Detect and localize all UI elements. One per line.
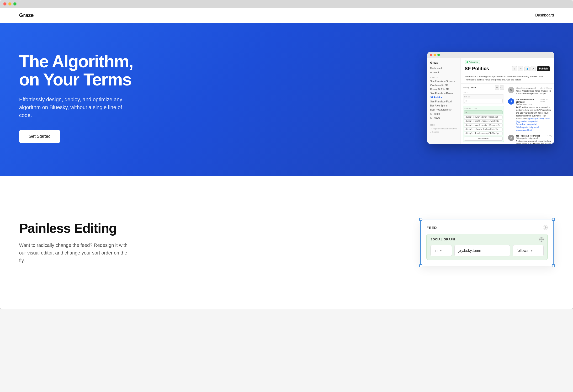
post-item-1: Q @qualities.bsky.social about 9 hours #… <box>508 86 552 97</box>
edit-button[interactable]: ✏ <box>518 66 523 71</box>
sidebar-funny-sf[interactable]: Funny Stuff in SF <box>427 87 461 91</box>
right-panel: Q @qualities.bsky.social about 9 hours #… <box>506 84 554 144</box>
follows-select-value: follows <box>517 249 528 253</box>
follows-select[interactable]: follows ▼ <box>513 245 544 256</box>
section2: Painless Editing Want to radically chang… <box>0 176 573 309</box>
app-maximize-btn <box>437 54 440 56</box>
post-time-2: about 16 hours <box>540 98 552 106</box>
post-avatar-3: JF <box>508 135 514 141</box>
corner-handle-tr[interactable] <box>552 218 555 221</box>
post-header-1: @qualities.bsky.social about 9 hours <box>516 87 552 89</box>
sort-row: Sorting: New ⊞ </> <box>463 86 504 90</box>
social-list-item-5: did:plc:4cqnkeyuasup74e0hn/qn <box>464 132 502 135</box>
code-view-icon[interactable]: </> <box>500 86 504 90</box>
social-list-title: SOCIAL LIST <box>464 107 502 109</box>
mac-window: Graze Dashboard The Algorithm, on Your T… <box>0 0 573 309</box>
social-graph-info-icon[interactable]: ⓘ <box>539 237 544 242</box>
corner-handle-bl[interactable] <box>419 264 422 267</box>
add-another-button[interactable]: Add Another <box>464 137 502 141</box>
in-select-value: in <box>434 249 437 253</box>
app-body: Graze Dashboard Account Feeds San Franci… <box>427 58 554 144</box>
app-minimize-btn <box>433 54 436 56</box>
social-graph-section: SOCIAL GRAPH ⓘ in ▼ jay.bsky.team follow… <box>426 234 548 260</box>
sidebar-help[interactable]: Help <box>427 123 461 127</box>
app-main-header: Published SF Politics ⎘ ✏ 📊 ↗ Publish <box>461 58 554 73</box>
nav-logo: Graze <box>19 12 34 18</box>
post-body-3: Joe Fitzgerald Rodriguez @fitzreporter.b… <box>516 135 552 144</box>
corner-handle-br[interactable] <box>552 264 555 267</box>
feed-title-row: SF Politics ⎘ ✏ 📊 ↗ Publish <box>465 66 550 71</box>
hero-subtitle: Effortlessly design, deploy, and optimiz… <box>19 95 134 119</box>
social-graph-row: in ▼ jay.bsky.team follows ▼ <box>430 245 544 256</box>
app-sidebar: Graze Dashboard Account Feeds San Franci… <box>427 58 461 144</box>
app-screenshot: Graze Dashboard Account Feeds San Franci… <box>427 52 554 144</box>
sidebar-feeds-section: Feeds <box>427 74 461 79</box>
post-handle-3: @fitzreporter.bsky.social <box>516 137 540 140</box>
post-text-2: 🗳 SF political junkies we know you're ou… <box>516 106 552 132</box>
app-description: Some call it a knife fight in a phone bo… <box>461 73 554 84</box>
sorting-label: Sorting: <box>463 87 470 89</box>
sidebar-donate[interactable]: ♪ Donate <box>427 130 461 134</box>
mac-titlebar <box>0 0 573 8</box>
social-list-input[interactable]: m <box>464 110 502 114</box>
post-name-3: Joe Fitzgerald Rodriguez <box>516 135 540 137</box>
sidebar-sf-events[interactable]: San Francisco Events <box>427 91 461 95</box>
sidebar-overheard-sf[interactable]: Overheard in SF <box>427 83 461 87</box>
hero-section: The Algorithm, on Your Terms Effortlessl… <box>0 23 573 176</box>
get-started-button[interactable]: Get Started <box>19 130 60 143</box>
post-name-2: The San Francisco Standard <box>516 98 540 103</box>
post-avatar-2: S <box>508 98 514 105</box>
handle-input[interactable]: jay.bsky.team <box>454 245 510 256</box>
chart-button[interactable]: 📊 <box>524 66 530 71</box>
sidebar-sf-food[interactable]: San Francisco Food <box>427 100 461 104</box>
post-header-2: The San Francisco Standard @sfstandard.c… <box>516 98 552 106</box>
social-list-item-4: did:plc:e9wydbr9ovhng9dcix9h <box>464 127 502 131</box>
post-time-1: about 9 hours <box>540 87 552 89</box>
sidebar-bay-sports[interactable]: Bay Area Sports <box>427 104 461 108</box>
in-select[interactable]: in ▼ <box>430 245 452 256</box>
post-handle-2: @sfstandard.com <box>516 103 540 106</box>
post-handle-1: @qualities.bsky.social <box>516 87 536 89</box>
publish-button[interactable]: Publish <box>537 66 550 71</box>
editor-feed-header: FEED ⓘ <box>426 225 548 230</box>
post-text-1: #sfpol #nopol #dkpol #sfpol #miggol He i… <box>516 90 552 95</box>
grid-view-icon[interactable]: ⊞ <box>495 86 499 90</box>
sidebar-sf-team[interactable]: SF Team <box>427 112 461 116</box>
hero-title: The Algorithm, on Your Terms <box>19 53 134 89</box>
sidebar-account[interactable]: Account <box>427 71 461 74</box>
editor-widget: FEED ⓘ SOCIAL GRAPH ⓘ in ▼ jay.bsky.team <box>420 219 554 266</box>
app-feed-title: SF Politics <box>465 66 489 71</box>
sidebar-dashboard[interactable]: Dashboard <box>427 66 461 71</box>
follows-select-arrow: ▼ <box>530 249 533 252</box>
sidebar-algo-docs[interactable]: ⬇ Algorithm Documentation <box>427 127 461 130</box>
social-graph-header: SOCIAL GRAPH ⓘ <box>430 237 544 242</box>
post-item-2: S The San Francisco Standard @sfstandard… <box>508 97 552 133</box>
likes-title: LIKES <box>464 96 502 98</box>
corner-handle-tl[interactable] <box>419 218 422 221</box>
section2-right: FEED ⓘ SOCIAL GRAPH ⓘ in ▼ jay.bsky.team <box>420 219 554 266</box>
post-avatar-1: Q <box>508 87 514 93</box>
sidebar-best-restaurants[interactable]: Best Restaurants SF <box>427 108 461 112</box>
editor-info-icon[interactable]: ⓘ <box>543 225 548 230</box>
app-main: Published SF Politics ⎘ ✏ 📊 ↗ Publish <box>461 58 554 144</box>
app-actions: ⎘ ✏ 📊 ↗ Publish <box>512 66 550 71</box>
maximize-button[interactable] <box>13 2 17 5</box>
copy-button[interactable]: ⎘ <box>512 66 517 71</box>
share-button[interactable]: ↗ <box>531 66 536 71</box>
likes-block: LIKES m <box>463 94 504 104</box>
sidebar-sf-politics[interactable]: SF Politics <box>427 95 461 100</box>
sidebar-sf-news[interactable]: SF News <box>427 116 461 120</box>
social-graph-label: SOCIAL GRAPH <box>430 238 455 241</box>
post-header-3: Joe Fitzgerald Rodriguez @fitzreporter.b… <box>516 135 552 140</box>
nav-dashboard-link[interactable]: Dashboard <box>535 13 554 18</box>
published-badge: Published <box>465 60 480 64</box>
minimize-button[interactable] <box>8 2 11 5</box>
navigation: Graze Dashboard <box>0 8 573 23</box>
likes-input[interactable]: m <box>464 99 502 103</box>
editor-feed-label: FEED <box>426 226 437 230</box>
reset-section-title: RESET <box>463 143 504 144</box>
close-button[interactable] <box>3 2 6 5</box>
sorting-value: New <box>471 87 476 89</box>
app-content: Sorting: New ⊞ </> FEED LIKES m <box>461 84 554 144</box>
sidebar-sf-scenery[interactable]: San Francisco Scenery <box>427 79 461 83</box>
